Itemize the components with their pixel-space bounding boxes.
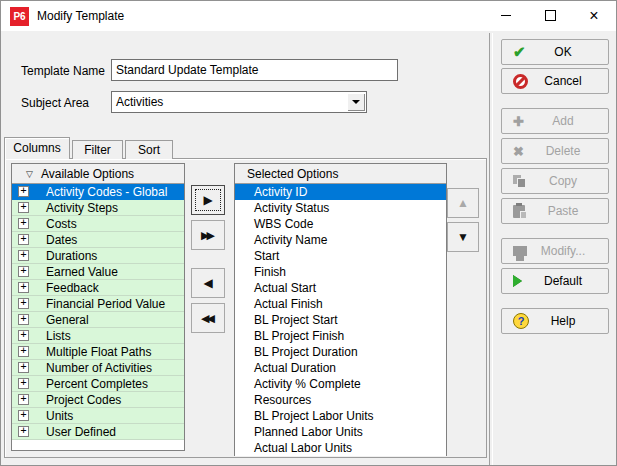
tab-filter[interactable]: Filter <box>72 140 123 159</box>
paste-button: Paste <box>501 198 609 224</box>
minimize-icon <box>501 15 511 16</box>
move-right-button[interactable]: ▶ <box>191 185 225 215</box>
list-item-actual-labor-units[interactable]: Actual Labor Units <box>235 440 446 456</box>
subject-area-dropdown[interactable]: Activities <box>111 91 367 113</box>
tree-item-project-codes[interactable]: +Project Codes <box>12 392 184 408</box>
list-item-bl-project-labor-units[interactable]: BL Project Labor Units <box>235 408 446 424</box>
maximize-button[interactable] <box>528 1 572 30</box>
green-triangle-icon <box>513 275 522 287</box>
expand-plus-icon[interactable]: + <box>18 426 29 437</box>
tree-item-dates[interactable]: +Dates <box>12 232 184 248</box>
clipboard-icon <box>513 205 525 218</box>
list-item-bl-project-duration[interactable]: BL Project Duration <box>235 344 446 360</box>
expand-plus-icon[interactable]: + <box>18 330 29 341</box>
arrow-right-icon: ▶ <box>203 193 212 207</box>
move-all-left-button[interactable]: ◀◀ <box>191 303 225 333</box>
available-options-header[interactable]: ▽ Available Options <box>12 164 184 184</box>
expand-plus-icon[interactable]: + <box>18 186 29 197</box>
arrow-left-icon: ◀ <box>203 276 212 290</box>
tree-item-units[interactable]: +Units <box>12 408 184 424</box>
move-down-button[interactable]: ▼ <box>447 222 479 252</box>
tree-item-number-of-activities[interactable]: +Number of Activities <box>12 360 184 376</box>
move-up-button[interactable]: ▲ <box>447 188 479 218</box>
add-button: ✚ Add <box>501 108 609 134</box>
available-options-list: ▽ Available Options +Activity Codes - Gl… <box>11 163 185 451</box>
list-item-activity-name[interactable]: Activity Name <box>235 232 446 248</box>
tree-item-feedback[interactable]: +Feedback <box>12 280 184 296</box>
expand-plus-icon[interactable]: + <box>18 298 29 309</box>
expand-plus-icon[interactable]: + <box>18 346 29 357</box>
list-item-bl-project-finish[interactable]: BL Project Finish <box>235 328 446 344</box>
list-item-planned-labor-units[interactable]: Planned Labor Units <box>235 424 446 440</box>
tree-item-activity-codes-global[interactable]: +Activity Codes - Global <box>12 184 184 200</box>
expand-plus-icon[interactable]: + <box>18 394 29 405</box>
expand-plus-icon[interactable]: + <box>18 314 29 325</box>
selected-options-list: Selected Options Activity ID Activity St… <box>234 163 447 456</box>
no-entry-icon <box>513 74 528 89</box>
default-button[interactable]: Default <box>501 268 609 294</box>
header-dropdown-icon: ▽ <box>26 169 33 179</box>
arrow-down-icon: ▼ <box>457 230 469 244</box>
tab-columns[interactable]: Columns <box>4 137 70 159</box>
help-button[interactable]: ? Help <box>501 308 609 334</box>
list-item-actual-duration[interactable]: Actual Duration <box>235 360 446 376</box>
tree-item-activity-steps[interactable]: +Activity Steps <box>12 200 184 216</box>
list-item-actual-start[interactable]: Actual Start <box>235 280 446 296</box>
tree-item-percent-completes[interactable]: +Percent Completes <box>12 376 184 392</box>
template-name-input[interactable] <box>111 59 398 81</box>
tree-item-costs[interactable]: +Costs <box>12 216 184 232</box>
copy-pages-icon <box>513 175 527 188</box>
chevron-down-icon <box>352 100 360 104</box>
question-mark-icon: ? <box>513 313 529 329</box>
expand-plus-icon[interactable]: + <box>18 266 29 277</box>
tree-item-durations[interactable]: +Durations <box>12 248 184 264</box>
tree-item-multiple-float-paths[interactable]: +Multiple Float Paths <box>12 344 184 360</box>
available-options-header-label: Available Options <box>41 167 134 181</box>
ok-button[interactable]: ✔ OK <box>501 39 609 65</box>
tree-item-user-defined[interactable]: +User Defined <box>12 424 184 440</box>
window-title: Modify Template <box>37 9 124 23</box>
monitor-icon <box>513 246 527 256</box>
template-name-label: Template Name <box>21 64 105 78</box>
list-item-activity-id[interactable]: Activity ID <box>235 184 446 200</box>
plus-icon: ✚ <box>513 114 524 129</box>
panel-separator <box>489 33 493 465</box>
list-item-finish[interactable]: Finish <box>235 264 446 280</box>
move-all-right-button[interactable]: ▶▶ <box>191 220 225 250</box>
expand-plus-icon[interactable]: + <box>18 234 29 245</box>
tree-item-earned-value[interactable]: +Earned Value <box>12 264 184 280</box>
list-item-wbs-code[interactable]: WBS Code <box>235 216 446 232</box>
check-icon: ✔ <box>513 43 526 61</box>
list-item-start[interactable]: Start <box>235 248 446 264</box>
copy-button: Copy <box>501 168 609 194</box>
selected-options-header-label: Selected Options <box>247 167 338 181</box>
title-bar: P6 Modify Template × <box>1 1 616 31</box>
move-left-button[interactable]: ◀ <box>191 268 225 298</box>
subject-area-dropdown-button[interactable] <box>347 93 365 111</box>
list-item-actual-finish[interactable]: Actual Finish <box>235 296 446 312</box>
modify-template-dialog: P6 Modify Template × Template Name Subje… <box>0 0 617 466</box>
expand-plus-icon[interactable]: + <box>18 282 29 293</box>
expand-plus-icon[interactable]: + <box>18 218 29 229</box>
tree-item-general[interactable]: +General <box>12 312 184 328</box>
subject-area-label: Subject Area <box>21 96 89 110</box>
tab-sort[interactable]: Sort <box>125 140 173 159</box>
minimize-button[interactable] <box>484 1 528 30</box>
expand-plus-icon[interactable]: + <box>18 250 29 261</box>
tree-item-financial-period-value[interactable]: +Financial Period Value <box>12 296 184 312</box>
tree-item-lists[interactable]: +Lists <box>12 328 184 344</box>
list-item-activity-pct-complete[interactable]: Activity % Complete <box>235 376 446 392</box>
list-item-resources[interactable]: Resources <box>235 392 446 408</box>
expand-plus-icon[interactable]: + <box>18 202 29 213</box>
cross-icon: ✖ <box>513 144 524 159</box>
expand-plus-icon[interactable]: + <box>18 410 29 421</box>
expand-plus-icon[interactable]: + <box>18 362 29 373</box>
list-item-activity-status[interactable]: Activity Status <box>235 200 446 216</box>
expand-plus-icon[interactable]: + <box>18 378 29 389</box>
list-item-bl-project-start[interactable]: BL Project Start <box>235 312 446 328</box>
modify-button: Modify... <box>501 238 609 264</box>
close-button[interactable]: × <box>572 1 616 30</box>
arrow-up-icon: ▲ <box>457 196 469 210</box>
p6-app-icon: P6 <box>10 7 29 26</box>
cancel-button[interactable]: Cancel <box>501 68 609 94</box>
